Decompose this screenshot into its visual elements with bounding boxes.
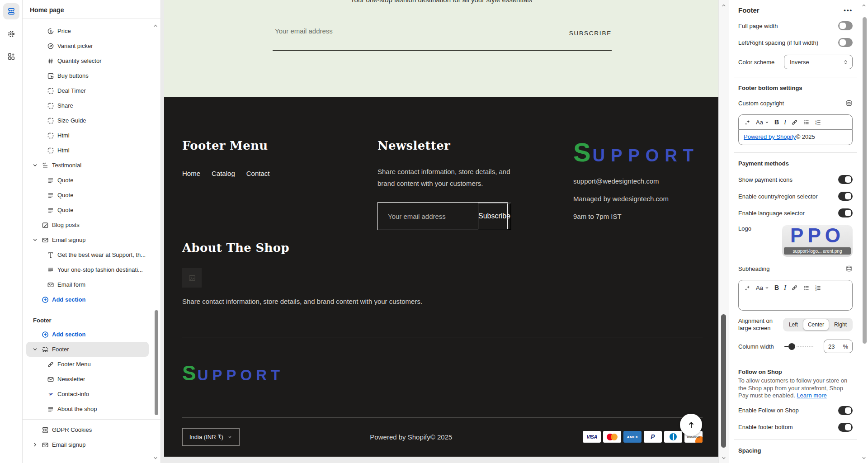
- chevron-down-icon[interactable]: [32, 346, 38, 353]
- mastercard-icon: [603, 431, 621, 443]
- footer-link-home[interactable]: Home: [182, 170, 200, 177]
- sidebar-item-html-1[interactable]: Html: [26, 128, 149, 143]
- sidebar-item-email-signup-2[interactable]: Email signup: [26, 437, 149, 452]
- full-page-width-toggle[interactable]: [838, 21, 853, 30]
- sidebar-item-quote-2[interactable]: Quote: [26, 188, 149, 203]
- add-circle-icon: [42, 296, 49, 303]
- add-section-button-footer[interactable]: Add section: [26, 327, 149, 342]
- add-section-button-template[interactable]: Add section: [26, 292, 149, 307]
- bold-icon[interactable]: B: [774, 118, 779, 126]
- sidebar-item-email-signup[interactable]: Email signup: [26, 232, 149, 247]
- chevron-down-icon[interactable]: [32, 236, 38, 243]
- show-payment-icons-toggle[interactable]: [838, 175, 853, 184]
- lr-spacing-toggle[interactable]: [838, 38, 853, 47]
- sidebar-item-subtext-block[interactable]: Your one-stop fashion destinati...: [26, 262, 149, 277]
- sidebar-item-size-guide[interactable]: Size Guide: [26, 113, 149, 128]
- enable-follow-toggle[interactable]: [838, 406, 853, 415]
- sidebar-item-about-the-shop[interactable]: About the shop: [26, 402, 149, 416]
- logo-thumbnail[interactable]: PPO support-logo... arent.png: [782, 225, 853, 257]
- country-selector-toggle[interactable]: [838, 192, 853, 201]
- scroll-up-icon[interactable]: [721, 2, 727, 9]
- envelope-icon: [47, 376, 54, 383]
- app-embeds-nav-button[interactable]: [3, 48, 19, 65]
- color-scheme-select[interactable]: Inverse: [784, 55, 853, 69]
- panel-scroll-up-icon[interactable]: [861, 2, 867, 9]
- magic-sparkle-icon[interactable]: [744, 119, 751, 126]
- copyright-editor-content[interactable]: Powered by Shopify© 2025: [738, 130, 853, 145]
- align-left-option[interactable]: Left: [784, 319, 803, 331]
- insert-link-icon[interactable]: [791, 284, 798, 291]
- powered-by-shopify-link[interactable]: Powered by Shopify: [744, 133, 796, 140]
- sidebar-item-buy-buttons[interactable]: Buy buttons: [26, 68, 149, 83]
- sidebar-item-email-form[interactable]: Email form: [26, 277, 149, 292]
- sidebar-scroll-down-icon[interactable]: [152, 455, 159, 461]
- sections-nav-button[interactable]: [3, 3, 19, 19]
- sidebar-item-html-2[interactable]: Html: [26, 143, 149, 158]
- chevron-right-icon[interactable]: [32, 441, 38, 448]
- alignment-segmented-control: Left Center Right: [783, 318, 853, 331]
- font-style-dropdown[interactable]: Aa: [756, 284, 769, 291]
- language-selector-toggle[interactable]: [838, 208, 853, 217]
- sidebar-item-quantity-selector[interactable]: Quantity selector: [26, 53, 149, 68]
- enable-footer-bottom-toggle[interactable]: [838, 423, 853, 432]
- subscribe-button[interactable]: SUBSCRIBE: [569, 30, 612, 37]
- sidebar-item-testimonial[interactable]: Testimonial: [26, 158, 149, 173]
- sidebar-item-deal-timer[interactable]: Deal Timer: [26, 83, 149, 98]
- preview-scrollbar-thumb[interactable]: [721, 314, 726, 448]
- signup-email-input[interactable]: [275, 27, 465, 35]
- column-width-value[interactable]: 23 %: [824, 340, 853, 353]
- envelope-icon: [47, 281, 54, 288]
- text-lines-icon: [47, 266, 54, 274]
- dynamic-source-icon[interactable]: [845, 265, 853, 272]
- column-width-label: Column width: [738, 343, 774, 350]
- sidebar-item-quote-1[interactable]: Quote: [26, 173, 149, 188]
- numbered-list-icon[interactable]: [815, 119, 821, 126]
- panel-scroll-down-icon[interactable]: [861, 455, 867, 461]
- sidebar-item-footer[interactable]: Footer: [26, 342, 149, 357]
- dashed-box-icon: [47, 102, 54, 109]
- panel-scrollbar-thumb[interactable]: [863, 17, 867, 344]
- image-placeholder-icon: [182, 268, 202, 288]
- slider-knob[interactable]: [788, 343, 795, 350]
- scroll-down-icon[interactable]: [721, 455, 727, 461]
- theme-settings-nav-button[interactable]: [3, 26, 19, 42]
- bullet-list-icon[interactable]: [803, 119, 810, 126]
- italic-icon[interactable]: I: [784, 118, 786, 126]
- scroll-to-top-button[interactable]: [680, 414, 702, 436]
- footer-link-catalog[interactable]: Catalog: [212, 170, 235, 177]
- magic-sparkle-icon[interactable]: [744, 284, 751, 291]
- sidebar-scroll-up-icon[interactable]: [152, 23, 159, 29]
- sidebar-item-contact-info[interactable]: 'P'Contact-info: [26, 387, 149, 402]
- sidebar-item-heading-block[interactable]: Get the best wear at Support, th...: [26, 247, 149, 262]
- insert-link-icon[interactable]: [791, 119, 798, 126]
- sidebar-item-footer-menu[interactable]: Footer Menu: [26, 357, 149, 372]
- subheading-editor-content[interactable]: [738, 295, 853, 311]
- bold-icon[interactable]: B: [774, 284, 779, 291]
- more-options-icon[interactable]: •••: [844, 7, 853, 14]
- bullet-list-icon[interactable]: [803, 284, 810, 291]
- sidebar-item-variant-picker[interactable]: Variant picker: [26, 38, 149, 53]
- dynamic-source-icon[interactable]: [845, 99, 853, 107]
- align-center-option[interactable]: Center: [803, 319, 829, 331]
- managed-by-text: Managed by wedesigntech.com: [573, 195, 699, 203]
- newsletter-email-input[interactable]: [378, 203, 478, 230]
- support-logo-small: SUPPORT: [182, 361, 284, 385]
- italic-icon[interactable]: I: [784, 284, 786, 292]
- sidebar-item-newsletter[interactable]: Newsletter: [26, 372, 149, 387]
- sidebar-scrollbar-thumb[interactable]: [155, 310, 158, 415]
- align-right-option[interactable]: Right: [829, 319, 852, 331]
- currency-selector[interactable]: India (INR ₹): [182, 428, 240, 446]
- updown-chevron-icon: [843, 59, 849, 65]
- sidebar-item-share[interactable]: Share: [26, 98, 149, 113]
- font-style-dropdown[interactable]: Aa: [756, 119, 769, 126]
- chevron-down-icon: [764, 285, 769, 290]
- chevron-down-icon[interactable]: [32, 162, 38, 169]
- numbered-list-icon[interactable]: [815, 284, 821, 291]
- sidebar-item-quote-3[interactable]: Quote: [26, 203, 149, 217]
- sidebar-item-blog-posts[interactable]: Blog posts: [26, 217, 149, 232]
- learn-more-link[interactable]: Learn more: [797, 392, 826, 399]
- footer-link-contact[interactable]: Contact: [246, 170, 270, 177]
- sidebar-item-gdpr-cookies[interactable]: GDPR Cookies: [26, 422, 149, 437]
- sidebar-item-price[interactable]: Price: [26, 24, 149, 38]
- newsletter-subscribe-button[interactable]: Subscribe: [478, 203, 511, 230]
